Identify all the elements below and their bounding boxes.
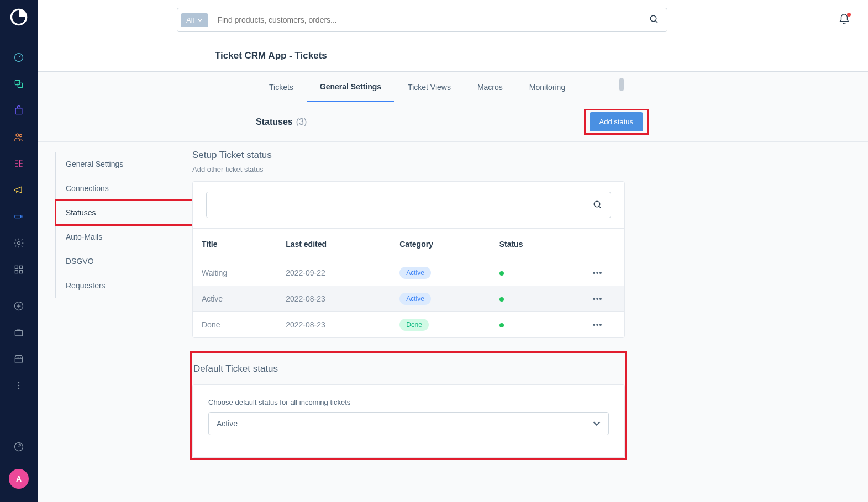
svg-point-15 xyxy=(18,382,20,384)
tab-scroll-thumb[interactable] xyxy=(619,78,624,91)
cell-status xyxy=(491,312,571,338)
section-count: (3) xyxy=(296,117,307,127)
category-badge: Active xyxy=(399,267,431,279)
svg-point-20 xyxy=(594,201,600,207)
category-badge: Active xyxy=(399,293,431,305)
help-icon[interactable] xyxy=(12,440,25,453)
side-nav-general-settings[interactable]: General Settings xyxy=(56,152,192,176)
customers-icon[interactable] xyxy=(12,130,25,144)
default-status-title: Default Ticket status xyxy=(192,363,625,374)
cell-title: Active xyxy=(193,286,277,312)
column-header: Last edited xyxy=(277,229,391,260)
chevron-down-icon xyxy=(197,17,203,23)
tab-general-settings[interactable]: General Settings xyxy=(307,72,394,102)
category-badge: Done xyxy=(399,319,429,331)
search-input[interactable] xyxy=(212,10,641,30)
user-avatar[interactable]: A xyxy=(9,469,29,489)
search-icon xyxy=(593,200,603,212)
search-filter-label: All xyxy=(186,16,194,24)
cell-category: Active xyxy=(391,286,490,312)
tab-tickets[interactable]: Tickets xyxy=(256,73,307,102)
svg-rect-9 xyxy=(15,266,18,268)
section-header: Statuses (3) Add status xyxy=(38,102,868,142)
column-header: Category xyxy=(391,229,490,260)
side-nav-requesters[interactable]: Requesters xyxy=(56,273,192,298)
side-nav-connections[interactable]: Connections xyxy=(56,176,192,200)
side-nav-dsgvo[interactable]: DSGVO xyxy=(56,249,192,273)
marketing-icon[interactable] xyxy=(12,183,25,197)
status-dot-icon xyxy=(499,271,504,276)
cell-edited: 2022-08-23 xyxy=(277,286,391,312)
more-icon[interactable] xyxy=(12,379,25,392)
svg-point-16 xyxy=(18,385,20,387)
cell-title: Done xyxy=(193,312,277,338)
cell-edited: 2022-09-22 xyxy=(277,260,391,286)
default-status-value: Active xyxy=(217,419,238,428)
status-table-card: TitleLast editedCategoryStatus Waiting20… xyxy=(192,181,625,338)
orders-icon[interactable] xyxy=(12,104,25,117)
svg-rect-14 xyxy=(15,331,22,336)
status-table: TitleLast editedCategoryStatus Waiting20… xyxy=(193,228,624,337)
svg-rect-11 xyxy=(15,271,18,273)
cell-status xyxy=(491,286,571,312)
topbar: All xyxy=(38,0,868,40)
tab-ticket-views[interactable]: Ticket Views xyxy=(394,73,464,102)
row-actions-menu[interactable]: ••• xyxy=(571,312,624,338)
global-search: All xyxy=(177,8,667,32)
main-sidebar: A xyxy=(0,0,38,502)
cell-status xyxy=(491,260,571,286)
table-row[interactable]: Done2022-08-23Done••• xyxy=(193,312,624,338)
content-icon[interactable] xyxy=(12,157,25,170)
svg-rect-12 xyxy=(20,271,23,273)
extensions-icon[interactable] xyxy=(12,210,25,223)
briefcase-icon[interactable] xyxy=(12,326,25,339)
default-status-select[interactable]: Active xyxy=(208,412,609,435)
side-nav-statuses[interactable]: Statuses xyxy=(56,200,192,225)
setup-subtitle: Add other ticket status xyxy=(192,165,625,173)
column-header xyxy=(571,229,624,260)
tab-macros[interactable]: Macros xyxy=(464,73,516,102)
svg-point-17 xyxy=(18,388,20,389)
dashboard-icon[interactable] xyxy=(12,51,25,64)
svg-point-8 xyxy=(18,242,20,245)
add-icon[interactable] xyxy=(12,299,25,313)
add-status-button[interactable]: Add status xyxy=(590,112,643,131)
svg-rect-4 xyxy=(15,108,22,114)
svg-point-5 xyxy=(16,134,19,136)
row-actions-menu[interactable]: ••• xyxy=(571,260,624,286)
catalog-icon[interactable] xyxy=(12,77,25,91)
table-row[interactable]: Waiting2022-09-22Active••• xyxy=(193,260,624,286)
tab-bar: TicketsGeneral SettingsTicket ViewsMacro… xyxy=(38,72,868,102)
cell-edited: 2022-08-23 xyxy=(277,312,391,338)
search-filter-dropdown[interactable]: All xyxy=(181,13,208,27)
side-nav-auto-mails[interactable]: Auto-Mails xyxy=(56,225,192,249)
chevron-down-icon xyxy=(593,420,601,427)
column-header: Title xyxy=(193,229,277,260)
default-status-card: Choose default status for all incoming t… xyxy=(192,384,625,458)
svg-rect-3 xyxy=(18,83,22,87)
settings-icon[interactable] xyxy=(12,236,25,250)
svg-point-19 xyxy=(650,15,656,22)
section-title: Statuses xyxy=(256,117,293,127)
row-actions-menu[interactable]: ••• xyxy=(571,286,624,312)
status-dot-icon xyxy=(499,297,504,302)
table-search-input[interactable] xyxy=(206,192,611,218)
settings-side-nav: General SettingsConnectionsStatusesAuto-… xyxy=(38,142,192,480)
default-status-label: Choose default status for all incoming t… xyxy=(208,398,609,406)
column-header: Status xyxy=(491,229,571,260)
table-row[interactable]: Active2022-08-23Active••• xyxy=(193,286,624,312)
cell-title: Waiting xyxy=(193,260,277,286)
apps-icon[interactable] xyxy=(12,263,25,276)
svg-point-6 xyxy=(19,134,22,136)
cell-category: Active xyxy=(391,260,490,286)
setup-title: Setup Ticket status xyxy=(192,150,625,161)
search-icon[interactable] xyxy=(641,14,667,26)
svg-rect-10 xyxy=(20,266,23,268)
tab-monitoring[interactable]: Monitoring xyxy=(516,73,578,102)
svg-rect-7 xyxy=(15,215,20,218)
app-logo xyxy=(9,8,28,27)
notifications-icon[interactable] xyxy=(838,13,850,27)
page-title: Ticket CRM App - Tickets xyxy=(38,40,868,72)
store-icon[interactable] xyxy=(12,352,25,366)
svg-rect-2 xyxy=(15,80,19,84)
